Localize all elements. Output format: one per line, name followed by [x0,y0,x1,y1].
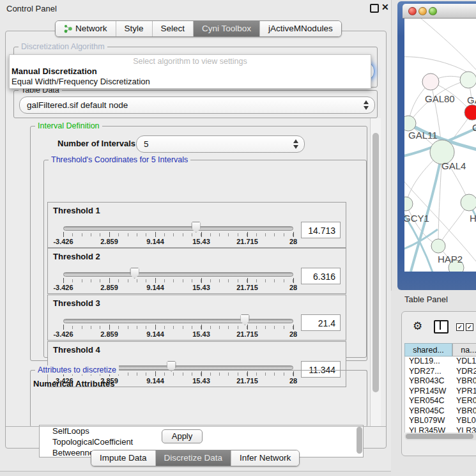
tick-label: 9.144 [146,238,164,245]
tick-label: 21.715 [236,284,258,291]
algorithm-option-manual[interactable]: Manual Discretization [12,66,97,76]
close-traffic-light-icon[interactable] [408,7,417,15]
tab-label: Discretize Data [164,450,223,466]
threshold-slider[interactable]: -3.426 2.859 9.144 15.43 21.715 28 [63,266,293,288]
threshold-2-panel: Threshold 2 -3.426 2.859 9.144 15.43 21.… [47,248,346,294]
tick-label: -3.426 [53,238,73,245]
slider-thumb[interactable] [191,222,201,233]
viewport-divider [6,426,386,427]
tick-label: 28 [289,330,297,338]
tick-label: 9.144 [146,284,164,291]
screenshot-root: Control Panel ✕ Network Style Select Cyn… [0,0,476,476]
attributes-group: Attributes to discretize Numerical Attri… [30,370,367,427]
threshold-label: Threshold 4 [53,345,100,355]
table-row[interactable]: YPR145WYPR1 [405,387,476,397]
tab-impute-data[interactable]: Impute Data [91,450,155,466]
tab-discretize-data[interactable]: Discretize Data [155,450,231,466]
slider-track[interactable] [63,319,293,323]
cyni-toolbox-panel: Discretization Algorithm Select algorith… [5,31,387,449]
table-horizontal-scrollbar[interactable] [404,433,476,440]
slider-thumb[interactable] [240,314,250,325]
minimize-traffic-light-icon[interactable] [418,7,427,15]
node-label-gal4: GAL4 [441,160,466,171]
column-header-shared[interactable]: shared... [404,343,452,357]
node-label-gal11: GAL11 [408,130,438,141]
stepper-arrows-icon [363,100,369,110]
threshold-slider[interactable]: -3.426 2.859 9.144 15.43 21.715 28 [63,313,293,335]
zoom-traffic-light-icon[interactable] [429,7,437,15]
close-icon[interactable]: ✕ [381,2,389,12]
stepper-arrows-icon [293,139,298,149]
gear-icon[interactable]: ⚙ [413,319,422,333]
algorithm-hint-option[interactable]: Select algorithm to view settings [10,57,371,66]
threshold-label: Threshold 1 [53,206,100,215]
table-scrollbar-thumb[interactable] [406,434,473,439]
tick-label: 2.859 [100,284,118,291]
threshold-label: Threshold 3 [53,298,100,308]
table-panel-box: ⚙ ✓ ✓ shared... na... YDL19...YDL1 YDR27… [401,311,476,456]
column-header-name[interactable]: na... [452,343,476,357]
tab-select[interactable]: Select [152,21,194,36]
tab-label: Network [75,21,107,36]
table-row[interactable]: YDR27...YDR2 [405,367,476,377]
tick-label: 15.43 [192,284,210,291]
table-data-group: Table Data galFiltered.sif default node [13,90,378,118]
network-canvas[interactable]: GAL80 GA GAL11 C GAL4 GCY1 H HAP2 [404,19,476,272]
table-rows: YDL19...YDL1 YDR27...YDR2 YBR043CYBR0 YP… [404,357,476,433]
network-window-titlebar[interactable] [403,4,476,19]
tick-label: 15.43 [192,330,210,338]
settings-scrollbar-thumb[interactable] [372,133,379,392]
algorithm-dropdown-popup: Select algorithm to view settings Manual… [9,54,371,89]
table-row[interactable]: YDL19...YDL1 [405,357,476,367]
network-icon [64,24,72,33]
threshold-value-field[interactable]: 6.316 [301,268,341,284]
tick-label: 2.859 [100,330,118,338]
threshold-3-panel: Threshold 3 -3.426 2.859 9.144 15.43 21.… [47,295,346,341]
top-tab-bar: Network Style Select Cyni Toolbox jActiv… [55,20,342,37]
tab-style[interactable]: Style [116,21,152,36]
table-row[interactable]: YBL079WYBL0 [405,416,476,426]
threshold-value-field[interactable]: 21.4 [301,314,341,331]
tab-cyni-toolbox[interactable]: Cyni Toolbox [193,21,259,36]
slider-track[interactable] [63,272,293,277]
tick-label: -3.426 [53,330,73,338]
table-row[interactable]: YLR345WYLR3 [405,426,476,433]
node-label-gcy1: GCY1 [404,213,429,224]
tab-label: Impute Data [100,450,147,466]
interval-definition-group: Interval Definition Number of Intervals … [30,126,367,361]
apply-button[interactable]: Apply [162,429,203,443]
red-node[interactable] [464,105,476,120]
tab-label: jActiveMNodules [268,21,333,36]
threshold-value-field[interactable]: 14.713 [301,222,341,238]
tick-label: 15.43 [192,238,210,245]
settings-scrollbar[interactable] [370,118,381,426]
threshold-slider[interactable]: -3.426 2.859 9.144 15.43 21.715 28 [63,220,293,242]
slider-track[interactable] [63,226,293,231]
float-window-icon[interactable] [370,4,379,13]
checkbox-icon[interactable]: ✓ [456,323,464,331]
tick-label: 28 [289,238,297,245]
table-row[interactable]: YBR043CYBR0 [405,376,476,387]
table-row[interactable]: YER054CYER0 [405,396,476,406]
slider-ticks [63,233,293,236]
control-panel-window: Control Panel ✕ Network Style Select Cyn… [0,0,392,472]
threshold-label: Threshold 2 [53,252,100,261]
tab-jactivemnodules[interactable]: jActiveMNodules [259,21,341,36]
node-label-h: H [470,213,476,224]
split-panes-icon[interactable] [434,320,449,334]
discretization-algorithm-group-title: Discretization Algorithm [19,42,107,51]
tab-network[interactable]: Network [56,21,116,36]
algorithm-option-equal-width[interactable]: Equal Width/Frequency Discretization [12,77,150,86]
table-data-select[interactable]: galFiltered.sif default node [19,96,375,114]
tab-label: Infer Network [240,450,291,466]
list-scrollbar-thumb[interactable] [357,427,362,454]
table-panel-title: Table Panel [404,295,448,304]
attributes-group-title: Attributes to discretize [35,365,119,374]
checkbox-icon[interactable]: ✓ [466,323,473,331]
tab-label: Select [161,21,185,36]
slider-thumb[interactable] [130,268,139,279]
table-row[interactable]: YBR045CYBR0 [405,406,476,417]
tab-infer-network[interactable]: Infer Network [231,450,299,466]
tab-label: Cyni Toolbox [202,21,251,36]
number-of-intervals-select[interactable]: 5 [136,135,305,153]
